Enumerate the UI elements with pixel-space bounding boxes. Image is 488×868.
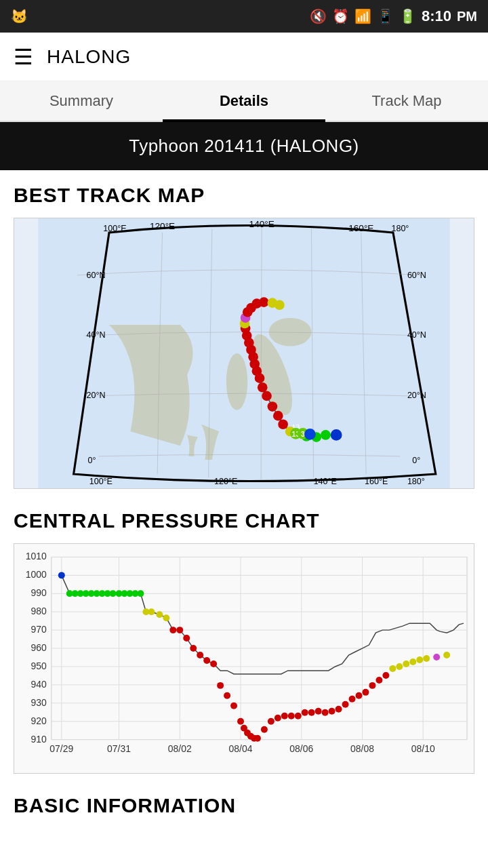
central-pressure-chart: 1010 1000 990 980 970 960 950 940 930 92… <box>14 543 474 774</box>
svg-text:140°E: 140°E <box>249 219 274 229</box>
status-ampm: PM <box>457 9 477 24</box>
typhoon-title: Typhoon 201411 (HALONG) <box>129 136 359 156</box>
svg-point-137 <box>322 709 329 716</box>
svg-text:940: 940 <box>31 679 47 690</box>
svg-point-109 <box>148 608 155 615</box>
svg-point-119 <box>217 682 224 689</box>
svg-point-121 <box>230 703 237 709</box>
wifi-icon: 📶 <box>354 8 371 24</box>
svg-point-134 <box>302 709 308 716</box>
status-bar: 🐱 🔇 ⏰ 📶 📱 🔋 8:10 PM <box>0 0 488 33</box>
battery-icon: 🔋 <box>399 8 416 24</box>
app-bar: ☰ HALONG <box>0 33 488 81</box>
svg-text:180°: 180° <box>391 224 409 233</box>
svg-text:180°: 180° <box>407 477 425 486</box>
svg-point-144 <box>369 682 375 689</box>
svg-text:08/08: 08/08 <box>350 743 374 754</box>
svg-point-127 <box>254 735 261 742</box>
svg-point-118 <box>210 660 217 667</box>
svg-point-111 <box>163 614 169 621</box>
svg-point-140 <box>342 701 349 708</box>
svg-text:120°E: 120°E <box>150 221 175 231</box>
svg-text:20°N: 20°N <box>86 391 105 400</box>
svg-point-107 <box>137 590 144 597</box>
svg-point-55 <box>304 429 316 440</box>
svg-point-151 <box>416 656 423 663</box>
svg-point-154 <box>443 652 450 658</box>
central-pressure-title: CENTRAL PRESSURE CHART <box>14 509 474 532</box>
svg-text:100°E: 100°E <box>89 477 113 486</box>
svg-point-33 <box>258 382 268 393</box>
svg-text:07/29: 07/29 <box>49 743 73 754</box>
svg-point-149 <box>403 660 409 667</box>
svg-point-131 <box>281 713 288 719</box>
status-bar-right: 🔇 ⏰ 📶 📱 🔋 8:10 PM <box>310 7 477 25</box>
svg-point-117 <box>203 657 210 664</box>
app-title: HALONG <box>47 46 131 68</box>
svg-text:910: 910 <box>31 734 47 745</box>
svg-text:970: 970 <box>31 624 47 635</box>
svg-text:920: 920 <box>31 715 47 726</box>
map-svg: 120°E 140°E 160°E 100°E 180° 60°N 40°N 2… <box>14 218 474 488</box>
svg-text:160°E: 160°E <box>348 223 373 233</box>
mute-icon: 🔇 <box>310 8 327 24</box>
svg-text:960: 960 <box>31 642 47 653</box>
status-bar-left: 🐱 <box>11 8 28 24</box>
svg-text:990: 990 <box>31 587 47 598</box>
svg-text:950: 950 <box>31 660 47 671</box>
tab-summary[interactable]: Summary <box>0 81 163 121</box>
svg-point-136 <box>315 708 322 715</box>
tabs-container: Summary Details Track Map <box>0 81 488 122</box>
svg-text:07/31: 07/31 <box>107 743 131 754</box>
basic-information-title: BASIC INFORMATION <box>14 794 474 824</box>
svg-point-138 <box>329 708 336 715</box>
svg-point-153 <box>433 654 440 660</box>
svg-text:160°E: 160°E <box>365 477 388 486</box>
svg-point-122 <box>237 718 244 725</box>
svg-text:980: 980 <box>31 606 47 616</box>
signal-icon: 📱 <box>377 8 394 24</box>
svg-point-133 <box>295 713 302 719</box>
svg-text:1010: 1010 <box>26 551 47 561</box>
svg-point-110 <box>156 611 163 618</box>
svg-point-50 <box>274 300 285 310</box>
svg-text:0°: 0° <box>88 456 96 465</box>
hamburger-menu[interactable]: ☰ <box>14 46 33 68</box>
svg-text:100°E: 100°E <box>103 224 126 233</box>
android-icon: 🐱 <box>11 8 28 24</box>
svg-text:60°N: 60°N <box>407 271 426 280</box>
typhoon-header: Typhoon 201411 (HALONG) <box>0 122 488 170</box>
svg-text:40°N: 40°N <box>86 330 105 340</box>
svg-point-22 <box>331 429 342 441</box>
tab-trackmap[interactable]: Track Map <box>325 81 488 121</box>
svg-point-146 <box>382 672 389 679</box>
svg-point-114 <box>183 635 190 642</box>
tab-details[interactable]: Details <box>163 81 325 121</box>
svg-point-102 <box>110 590 117 597</box>
svg-point-48 <box>259 297 269 307</box>
svg-text:0°: 0° <box>412 456 420 465</box>
svg-point-32 <box>262 391 272 401</box>
svg-text:08/10: 08/10 <box>411 743 435 754</box>
svg-point-93 <box>58 572 65 578</box>
svg-point-3 <box>226 353 247 410</box>
chart-svg: 1010 1000 990 980 970 960 950 940 930 92… <box>14 544 474 773</box>
alarm-icon: ⏰ <box>332 8 349 24</box>
svg-text:120°E: 120°E <box>214 477 237 486</box>
svg-text:1000: 1000 <box>26 569 47 580</box>
svg-point-142 <box>356 692 363 699</box>
best-track-map: 120°E 140°E 160°E 100°E 180° 60°N 40°N 2… <box>14 218 474 489</box>
svg-text:20°N: 20°N <box>407 391 426 400</box>
svg-point-29 <box>278 419 288 429</box>
svg-point-113 <box>176 627 183 633</box>
best-track-map-title: BEST TRACK MAP <box>14 184 474 207</box>
svg-point-152 <box>423 655 430 662</box>
svg-point-141 <box>349 696 356 703</box>
svg-point-115 <box>190 645 197 652</box>
svg-point-135 <box>308 709 315 716</box>
svg-point-31 <box>268 401 278 412</box>
svg-point-130 <box>274 715 281 722</box>
svg-point-30 <box>273 411 283 421</box>
svg-point-128 <box>261 726 268 733</box>
svg-point-116 <box>197 652 203 658</box>
